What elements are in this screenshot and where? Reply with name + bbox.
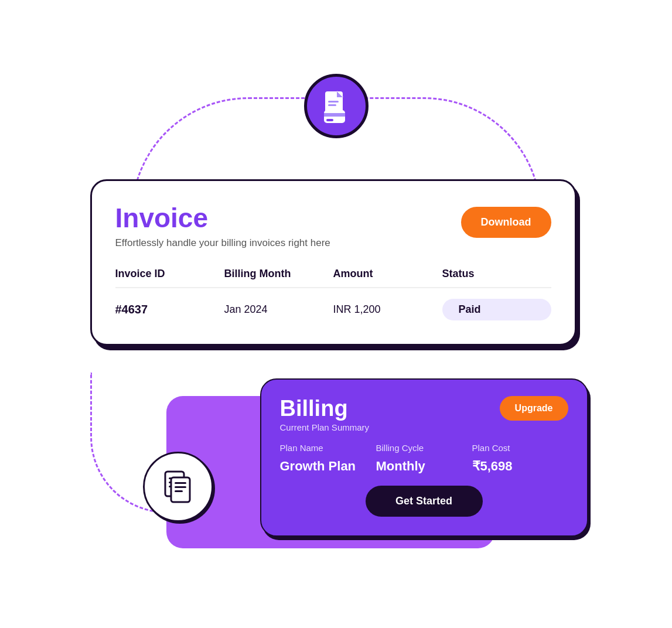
- invoice-card: Invoice Effortlessly handle your billing…: [90, 179, 577, 346]
- invoice-id-value: #4637: [115, 303, 224, 316]
- svg-rect-2: [328, 101, 339, 103]
- svg-rect-11: [171, 477, 190, 502]
- col-invoice-id: Invoice ID: [115, 268, 224, 280]
- download-button[interactable]: Download: [461, 207, 551, 238]
- top-billing-icon: [304, 74, 369, 138]
- billing-title: Billing: [280, 396, 370, 421]
- svg-rect-14: [175, 490, 183, 492]
- document-icon-circle: [143, 452, 213, 522]
- svg-rect-3: [328, 104, 336, 106]
- svg-rect-13: [175, 486, 186, 488]
- billing-card: Billing Current Plan Summary Upgrade Pla…: [260, 378, 588, 537]
- billing-table-row: Growth Plan Monthly ₹5,698: [280, 459, 568, 474]
- upgrade-button[interactable]: Upgrade: [500, 396, 568, 421]
- col-amount: Amount: [333, 268, 442, 280]
- col-status: Status: [442, 268, 551, 280]
- svg-rect-5: [324, 113, 345, 117]
- svg-rect-6: [326, 119, 333, 121]
- billing-col-billing-cycle: Billing Cycle: [376, 443, 472, 453]
- billing-month-value: Jan 2024: [224, 303, 333, 316]
- invoice-title: Invoice: [115, 202, 330, 234]
- col-billing-month: Billing Month: [224, 268, 333, 280]
- invoice-subtitle: Effortlessly handle your billing invoice…: [115, 237, 330, 249]
- table-row: #4637 Jan 2024 INR 1,200 Paid: [115, 299, 551, 320]
- status-badge: Paid: [442, 299, 551, 320]
- billing-subtitle: Current Plan Summary: [280, 422, 370, 432]
- amount-value: INR 1,200: [333, 303, 442, 316]
- billing-table-header: Plan Name Billing Cycle Plan Cost: [280, 443, 568, 453]
- billing-col-plan-name: Plan Name: [280, 443, 376, 453]
- plan-name-value: Growth Plan: [280, 459, 376, 474]
- billing-table: Plan Name Billing Cycle Plan Cost Growth…: [280, 443, 568, 474]
- get-started-button[interactable]: Get Started: [366, 486, 483, 517]
- billing-col-plan-cost: Plan Cost: [472, 443, 568, 453]
- plan-cost-value: ₹5,698: [472, 459, 568, 474]
- billing-cycle-value: Monthly: [376, 459, 472, 474]
- invoice-table: Invoice ID Billing Month Amount Status #…: [115, 268, 551, 320]
- svg-rect-12: [175, 482, 186, 484]
- invoice-table-header: Invoice ID Billing Month Amount Status: [115, 268, 551, 288]
